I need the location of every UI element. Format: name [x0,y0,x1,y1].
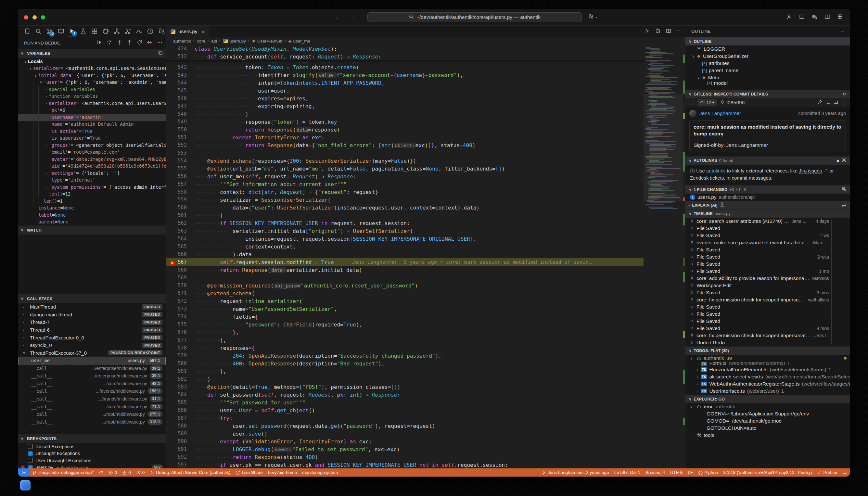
breadcrumb-item-userspy[interactable]: users.py [223,38,246,44]
statusbar-cursor-position[interactable]: Ln 567, Col 1 [612,470,643,475]
variable-row[interactable]: label = None [18,212,166,219]
todo-file-row[interactable]: ›TSak-search-select-view.ts(web/src/elem… [685,373,850,381]
avatar-icon[interactable] [689,100,694,105]
breakpoint-row[interactable]: ✓users.pyauthentik/core/api567 [18,464,166,469]
layout-panel-icon[interactable] [812,14,817,21]
autolinks-section-header[interactable]: ∨ AUTOLINKS 0 found ◆ [685,156,850,165]
timeline-item[interactable]: core: search users' attributes (#12740) … [685,218,850,225]
timeline-item[interactable]: Undo / Redo [685,339,850,346]
open-changes-icon[interactable] [655,28,661,35]
timeline-item[interactable]: core: add ability to provide reason for … [685,275,850,282]
commit-graph-badge[interactable]: 12 ± [697,99,717,106]
stack-frame-row[interactable]: __call__.../brands/middleware.py31:1 [18,395,166,403]
activity-run-and-debug[interactable]: 1 [67,27,76,36]
debug-ellipsis-button[interactable] [157,40,162,46]
debug-restart-button[interactable] [137,40,142,46]
breakpoints-section-header[interactable]: ∨BREAKPOINTS [18,434,166,443]
outline-item-parent_name[interactable]: [⚬]parent_name [685,67,850,74]
go-env-root[interactable]: ∨🗀envauthentik [685,403,850,410]
todo-file-row[interactable]: ›TSWebAuthnAuthenticatorRegisterStage.ts… [685,381,850,388]
variable-row[interactable]: parent = None [18,219,166,226]
todo-file-row[interactable]: ›TSUserInterface.ts(web/src/user)1 [685,388,850,395]
stack-frame-row[interactable]: __call__.../root/middleware.py275:1 [18,410,166,418]
outline-item-model[interactable]: [⚬]model [685,81,850,85]
thread-row[interactable]: ›Thread-7PAUSED [18,318,166,326]
breakpoint-checkbox[interactable]: ✓ [28,451,33,456]
variable-row[interactable]: len() = 1 [18,198,166,205]
activity-github[interactable] [101,27,110,36]
statusbar-monitoring[interactable]: monitoring-system [299,468,340,477]
stack-frame-row[interactable]: __call__.../events/middleware.py156:1 [18,388,166,395]
statusbar-encoding[interactable]: UTF-8 [668,470,685,475]
debug-stepout-button[interactable] [127,40,132,46]
timeline-item[interactable]: File Saved2 wks [685,253,850,261]
statusbar-ports[interactable]: 0 [134,468,148,477]
timeline-item[interactable]: events: make sure password set event has… [685,239,850,246]
gear-icon[interactable] [841,157,847,164]
variable-row[interactable]: 'uid' = '49d24724dfa590a20fb5961e9c6673c… [18,163,166,170]
timeline-item[interactable]: File Saved1 mo [685,268,850,275]
variable-row[interactable]: 'avatar' = 'data:image/svg+xml;base64,PH… [18,156,166,163]
debug-stepover-button[interactable] [107,40,112,46]
activity-testing[interactable] [79,27,88,36]
commit-author-row[interactable]: Jens Langhammer committed 3 years ago [685,109,850,118]
gitlens-section-header[interactable]: ∨ GITLENS: INSPECT: COMMIT DETAILS ⟳ [685,90,850,98]
breadcrumb-item-user_me[interactable]: ◈user_me [289,38,311,44]
go-env-var[interactable]: GOMOD=~/dev/authentik/go.mod [685,417,850,424]
stack-frame-row[interactable]: __call__.../enterprise/middleware.py39:1 [18,372,166,380]
todos-root[interactable]: ∨🗀authentik39 [685,355,850,362]
minimize-window-button[interactable] [32,15,37,19]
activity-source-control[interactable]: 12 [45,27,54,36]
thread-row[interactable]: ›Thread-6PAUSED [18,326,166,334]
callstack-section-header[interactable]: ∨CALL STACK [18,294,166,303]
activity-search[interactable] [34,27,43,36]
activity-gitlens-inspect[interactable] [123,27,132,36]
breakpoint-checkbox[interactable] [28,444,33,449]
variable-row[interactable]: len() = 12 [18,191,166,198]
statusbar-problems[interactable]: 0 [106,468,120,477]
timeline-item[interactable]: File Saved [685,225,850,232]
timeline-item[interactable]: File Saved4 mos [685,325,850,332]
thread-row[interactable]: ›MainThreadPAUSED [18,303,166,311]
diamond-icon[interactable]: ◆ [836,158,839,163]
maximize-window-button[interactable] [41,15,45,19]
variable-row[interactable]: 'name' = 'authentik Default Admin' [18,121,166,128]
timeline-item[interactable]: Workspace Edit [685,282,850,289]
outline-item-UserGroupSerializer[interactable]: ∨❖UserGroupSerializer [685,52,850,60]
variable-row[interactable]: ›special variables [18,86,166,93]
author-name[interactable]: Jens Langhammer [699,110,741,116]
stack-frame-row[interactable]: __call__.../enterprise/middleware.py39:1 [18,365,166,372]
command-center[interactable]: ~/dev/authentik/authentik/core/api/users… [368,12,582,22]
remote-indicator[interactable]: >< [18,468,30,477]
variable-row[interactable]: ∨Locals [18,58,166,65]
variables-section-header[interactable]: ∨VARIABLES [18,49,166,58]
customize-layout-icon[interactable] [837,14,843,21]
layout-sidebar-left-icon[interactable] [799,14,805,21]
breakpoint-row[interactable]: User Uncaught Exceptions [18,457,166,464]
compare-icon[interactable]: ⇄ [834,100,838,106]
autolinks-link[interactable]: autolinks [706,168,725,173]
activity-containers[interactable] [157,27,166,36]
statusbar-git-branch[interactable]: lifecycle/fix-debugger-setup* [30,468,96,477]
stack-frame-row[interactable]: __call__.../core/middleware.py48:1 [18,380,166,388]
commit-hash[interactable]: f285096 [720,99,745,106]
changed-file-row[interactable]: ± users.py authentik/core/api [685,193,850,201]
pin-icon[interactable] [817,99,822,106]
timeline-item[interactable]: core: fix permission check for scoped im… [685,296,850,304]
todo-file-row[interactable]: ›TSForm.ts(web/src/elements/forms)1 [685,362,850,366]
profile-switcher[interactable]: ⌄ [588,14,598,20]
jira-issues-link[interactable]: Jira issues [799,168,822,174]
more-actions-icon[interactable] [677,28,682,35]
variable-row[interactable]: instance = None [18,205,166,212]
thread-row[interactable]: ›django-main-threadPAUSED [18,311,166,319]
variable-row[interactable]: ∨'user' = {'pk': 6, 'username': 'akadmin… [18,79,166,86]
statusbar-live-share[interactable]: Live Share [233,468,265,477]
debug-stepinto-button[interactable] [117,40,122,46]
timeline-item[interactable]: core: fix permission check for scoped im… [685,332,850,339]
variable-row[interactable]: ›serializer = <authentik.core.api.users.… [18,100,166,107]
explain-ai-section-header[interactable]: › EXPLAIN (AI) [685,201,850,209]
close-tab-icon[interactable]: × [202,29,205,34]
tab-users-py[interactable]: users.py × [166,26,209,37]
activity-remote-explorer[interactable] [56,27,65,36]
variable-row[interactable]: 'is_superuser' = True [18,135,166,142]
